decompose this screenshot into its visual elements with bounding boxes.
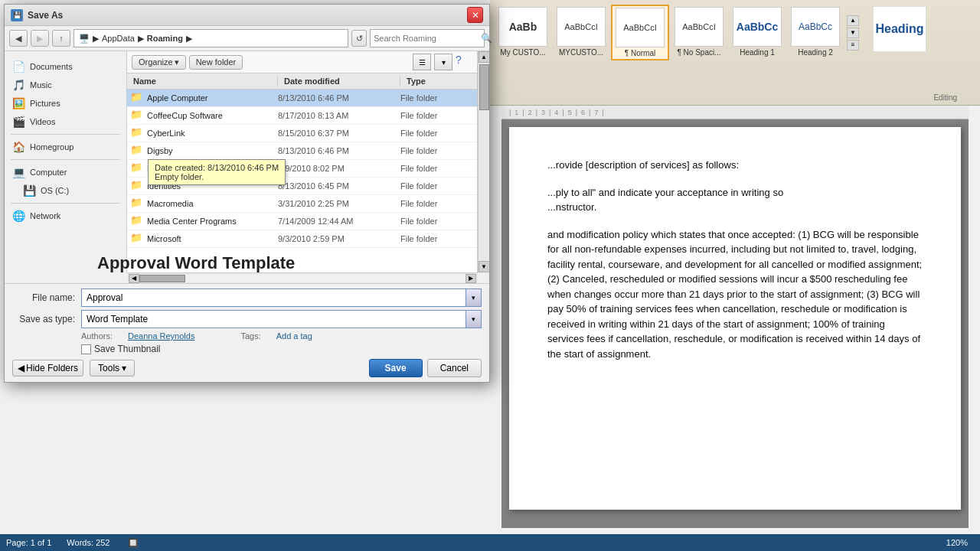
style-box-nospaci[interactable]: AaBbCcI ¶ No Spaci... — [671, 5, 727, 60]
thumbnail-checkbox[interactable] — [81, 344, 91, 354]
h-scroll-left[interactable]: ◀ — [129, 274, 139, 283]
styles-scroll-down[interactable]: ▼ — [847, 28, 859, 38]
style-box-heading1[interactable]: AaBbCc Heading 1 — [729, 5, 786, 60]
styles-scroll-up[interactable]: ▲ — [847, 15, 859, 26]
buttons-row: ◀ Hide Folders Tools ▾ Save Cancel — [12, 359, 482, 377]
breadcrumb-arrow: ▶ — [186, 34, 192, 44]
file-date-identities: 8/13/2010 6:45 PM — [278, 181, 400, 191]
scroll-up-btn[interactable]: ▲ — [479, 51, 490, 63]
file-name-mediacenter: Media Center Programs — [147, 217, 278, 226]
sidebar-item-videos[interactable]: 🎬 Videos — [5, 112, 126, 131]
col-date-header[interactable]: Date modified — [278, 75, 400, 87]
file-row-coffeecup[interactable]: 📁 CoffeeCup Software 8/17/2010 8:13 AM F… — [127, 107, 477, 125]
forward-button[interactable]: ▶ — [31, 30, 49, 47]
sidebar-item-documents[interactable]: 📄 Documents — [5, 57, 126, 76]
style-box-mycusto2[interactable]: AaBbCcI MYCUSTO... — [553, 5, 609, 60]
organize-button[interactable]: Organize ▾ — [132, 55, 186, 70]
tools-arrow: ▾ — [122, 363, 126, 373]
save-button[interactable]: Save — [369, 359, 423, 377]
style-label-nospaci: ¶ No Spaci... — [677, 48, 720, 57]
approval-template-label: Approval Word Template — [97, 253, 295, 273]
filename-input-wrap[interactable]: ▾ — [81, 289, 482, 307]
zoom-level: 120% — [946, 538, 968, 547]
new-folder-label: New folder — [196, 57, 237, 67]
up-button[interactable]: ↑ — [52, 30, 70, 47]
doc-text-2: ...ply to all" and indicate your accepta… — [547, 185, 923, 215]
tools-button[interactable]: Tools ▾ — [90, 360, 135, 377]
sidebar-item-computer[interactable]: 💻 Computer — [5, 163, 126, 181]
search-icon[interactable]: 🔍 — [481, 33, 492, 44]
styles-more[interactable]: ≡ — [847, 40, 859, 51]
document-page: ...rovide [description of services] as f… — [509, 127, 961, 510]
tags-link[interactable]: Add a tag — [276, 331, 312, 341]
h-scrollbar[interactable]: ◀ ▶ — [127, 272, 478, 283]
file-type-mediacenter: File folder — [400, 217, 477, 226]
sidebar-item-pictures[interactable]: 🖼️ Pictures — [5, 94, 126, 112]
file-row-macromedia[interactable]: 📁 Macromedia 3/31/2010 2:25 PM File fold… — [127, 195, 477, 213]
search-input[interactable] — [374, 34, 479, 43]
sidebar-item-osc[interactable]: 💾 OS (C:) — [5, 181, 126, 200]
file-date-digsby: 8/13/2010 6:46 PM — [278, 146, 400, 155]
dialog-icon: 💾 — [11, 9, 23, 21]
style-box-normal[interactable]: AaBbCcI ¶ Normal — [611, 5, 669, 60]
ribbon: AaBb My CUSTO... AaBbCcI MYCUSTO... AaBb… — [490, 0, 980, 106]
style-box-mycusto1[interactable]: AaBb My CUSTO... — [495, 5, 551, 60]
author-value[interactable]: Deanna Reynolds — [128, 331, 194, 341]
view-button[interactable]: ☰ — [413, 54, 431, 70]
document-area: ...rovide [description of services] as f… — [501, 119, 969, 528]
style-box-heading2[interactable]: AaBbCc Heading 2 — [787, 5, 844, 60]
sidebar-item-homegroup[interactable]: 🏠 Homegroup — [5, 138, 126, 156]
new-folder-button[interactable]: New folder — [189, 55, 243, 70]
status-bar: Page: 1 of 1 Words: 252 🔲 120% — [0, 534, 980, 551]
h-scroll-track — [139, 275, 466, 282]
file-name-apple: Apple Computer — [147, 93, 278, 103]
col-type-header[interactable]: Type — [400, 75, 477, 87]
heading-preview-text: Heading — [875, 22, 923, 36]
heading-box: Heading — [870, 5, 929, 54]
breadcrumb-bar[interactable]: 🖥️ ▶ AppData ▶ Roaming ▶ — [74, 29, 348, 47]
documents-icon: 📄 — [12, 60, 25, 73]
breadcrumb-roaming: Roaming — [147, 34, 183, 43]
scroll-down-btn[interactable]: ▼ — [479, 261, 490, 272]
dialog-close-button[interactable]: ✕ — [467, 7, 483, 23]
h-scroll-right[interactable]: ▶ — [466, 274, 476, 283]
doc-text-3: and modification policy which states tha… — [547, 227, 923, 362]
tooltip-line1: Date created: 8/13/2010 6:46 PM — [155, 163, 279, 172]
sidebar-homegroup-label: Homegroup — [30, 142, 74, 152]
file-row-apple[interactable]: 📁 Apple Computer 8/13/2010 6:46 PM File … — [127, 90, 477, 107]
savetype-input-wrap[interactable]: ▾ — [81, 310, 482, 328]
thumbnail-label[interactable]: Save Thumbnail — [94, 344, 161, 354]
file-row-digsby[interactable]: 📁 Digsby 8/13/2010 6:46 PM File folder — [127, 142, 477, 160]
file-date-apple: 8/13/2010 6:46 PM — [278, 93, 400, 103]
file-name-macromedia: Macromedia — [147, 199, 278, 208]
sidebar-item-network[interactable]: 🌐 Network — [5, 207, 126, 225]
filelist-toolbar: Organize ▾ New folder ☰ ▾ ? — [127, 51, 477, 73]
sidebar-item-music[interactable]: 🎵 Music — [5, 76, 126, 94]
filename-dropdown-btn[interactable]: ▾ — [466, 289, 481, 306]
tooltip-line2: Empty folder. — [155, 172, 279, 181]
file-name-microsoft: Microsoft — [147, 234, 278, 243]
col-name-header[interactable]: Name — [127, 75, 278, 87]
h-scroll-thumb[interactable] — [139, 275, 185, 282]
page-info: Page: 1 of 1 — [6, 538, 51, 547]
savetype-dropdown-btn[interactable]: ▾ — [466, 311, 481, 328]
hide-folders-button[interactable]: ◀ Hide Folders — [12, 360, 83, 377]
savetype-input[interactable] — [82, 314, 466, 324]
sidebar-divider2 — [11, 159, 120, 160]
back-button[interactable]: ◀ — [9, 30, 28, 47]
file-row-cyberlink[interactable]: 📁 CyberLink 8/15/2010 6:37 PM File folde… — [127, 125, 477, 142]
sidebar-network-label: Network — [30, 211, 60, 220]
help-button[interactable]: ? — [456, 54, 472, 70]
style-label-normal: ¶ Normal — [625, 49, 655, 57]
file-row-mediacenter[interactable]: 📁 Media Center Programs 7/14/2009 12:44 … — [127, 213, 477, 230]
file-row-microsoft[interactable]: 📁 Microsoft 9/3/2010 2:59 PM File folder — [127, 230, 477, 248]
folder-icon-digsby: 📁 — [130, 144, 144, 158]
styles-group: AaBb My CUSTO... AaBbCcI MYCUSTO... AaBb… — [495, 5, 861, 60]
scroll-thumb[interactable] — [479, 64, 489, 110]
filelist-scrollbar[interactable]: ▲ ▼ — [478, 51, 489, 272]
recent-button[interactable]: ↺ — [351, 30, 367, 47]
file-type-coffeecup: File folder — [400, 111, 477, 120]
view-dropdown[interactable]: ▾ — [434, 54, 452, 70]
filename-input[interactable] — [82, 292, 466, 303]
cancel-button[interactable]: Cancel — [427, 359, 482, 377]
